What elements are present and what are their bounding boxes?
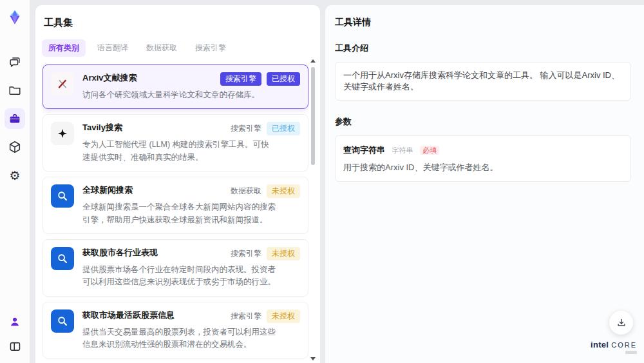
- folder-icon[interactable]: [5, 80, 25, 101]
- tool-card-body: Arxiv文献搜索 搜索引擎 已授权 访问各个研究领域大量科学论文和文章的存储库…: [82, 72, 300, 101]
- tool-card[interactable]: 全球新闻搜索 数据获取 未授权 全球新闻搜索是一个聚合全球各大新闻网站内容的搜索…: [43, 177, 308, 234]
- tool-badges: 搜索引擎 未授权: [231, 247, 300, 260]
- parameter-name: 查询字符串: [343, 145, 385, 155]
- parameter-item: 查询字符串 字符串 必填 用于搜索的Arxiv ID、关键字或作者姓名。: [335, 135, 631, 182]
- category-badge: 搜索引擎: [220, 72, 261, 86]
- briefcase-icon[interactable]: [5, 108, 25, 129]
- app-root: ⚙ 工具集 所有类别 语言翻译 数据获取 搜索引擎: [0, 0, 644, 363]
- sidebar-bottom: [5, 311, 25, 357]
- tab-search-engine[interactable]: 搜索引擎: [189, 39, 232, 57]
- brand-core-text: CORE: [611, 341, 637, 349]
- sparkle-icon: [51, 122, 74, 145]
- tool-description: 提供当天交易量最高的股票列表，投资者可以利用这些信息来识别流动性强的股票和潜在的…: [82, 326, 276, 351]
- tab-data-fetch[interactable]: 数据获取: [140, 39, 184, 57]
- arxiv-icon: [51, 72, 74, 95]
- tool-card-body: Tavily搜索 搜索引擎 已授权 专为人工智能代理 (LLM) 构建的搜索引擎…: [82, 122, 300, 164]
- intel-core-logo: intel CORE: [591, 340, 637, 354]
- tool-card[interactable]: 获取市场最活跃股票信息 搜索引擎 未授权 提供当天交易量最高的股票列表，投资者可…: [43, 302, 308, 359]
- tool-badges: 数据获取 未授权: [231, 184, 300, 198]
- tool-badges: 搜索引擎 已授权: [231, 122, 300, 135]
- auth-status-badge: 已授权: [267, 122, 300, 135]
- scroll-down-arrow-icon[interactable]: [310, 357, 316, 360]
- download-button[interactable]: [609, 311, 633, 335]
- search-blue-icon: [51, 247, 74, 270]
- search-blue-icon: [51, 309, 74, 333]
- tab-all-categories[interactable]: 所有类别: [42, 39, 86, 57]
- tool-badges: 搜索引擎 已授权: [220, 72, 300, 86]
- tool-details-panel: 工具详情 工具介绍 一个用于从Arxiv存储库搜索科学论文和文章的工具。 输入可…: [325, 5, 644, 363]
- user-account-icon[interactable]: [5, 311, 25, 332]
- category-badge: 搜索引擎: [231, 309, 261, 323]
- tool-card-body: 获取股市各行业表现 搜索引擎 未授权 提供股票市场各个行业在特定时间段内的表现。…: [82, 247, 300, 289]
- params-heading: 参数: [335, 116, 631, 128]
- app-logo-icon[interactable]: [5, 8, 24, 27]
- parameter-required-badge: 必填: [420, 146, 439, 155]
- tool-card[interactable]: Tavily搜索 搜索引擎 已授权 专为人工智能代理 (LLM) 构建的搜索引擎…: [43, 114, 308, 172]
- settings-gear-icon[interactable]: ⚙: [5, 165, 25, 186]
- intro-heading: 工具介绍: [335, 43, 631, 54]
- parameter-type: 字符串: [392, 146, 413, 154]
- tool-card[interactable]: Arxiv文献搜索 搜索引擎 已授权 访问各个研究领域大量科学论文和文章的存储库…: [43, 64, 308, 109]
- tool-card[interactable]: 获取股市各行业表现 搜索引擎 未授权 提供股票市场各个行业在特定时间段内的表现。…: [43, 239, 308, 297]
- tool-badges: 搜索引擎 未授权: [231, 309, 300, 323]
- tool-description: 全球新闻搜索是一个聚合全球各大新闻网站内容的搜索引擎，帮助用户快速获取全球最新资…: [82, 201, 276, 226]
- sidebar: ⚙: [0, 0, 30, 363]
- auth-status-badge: 未授权: [267, 309, 300, 323]
- category-tabs: 所有类别 语言翻译 数据获取 搜索引擎: [42, 39, 320, 57]
- auth-status-badge: 已授权: [267, 72, 300, 86]
- brand-intel-text: intel: [591, 340, 609, 349]
- tool-description: 访问各个研究领域大量科学论文和文章的存储库。: [82, 89, 276, 101]
- tools-panel: 工具集 所有类别 语言翻译 数据获取 搜索引擎 Arxiv文献搜索 搜索引擎 已…: [35, 5, 320, 363]
- tab-language-translation[interactable]: 语言翻译: [91, 39, 135, 57]
- panel-toggle-icon[interactable]: [5, 336, 25, 357]
- tool-name: Tavily搜索: [82, 122, 122, 133]
- category-badge: 搜索引擎: [231, 122, 261, 135]
- tool-list: Arxiv文献搜索 搜索引擎 已授权 访问各个研究领域大量科学论文和文章的存储库…: [43, 64, 308, 363]
- tool-description: 专为人工智能代理 (LLM) 构建的搜索引擎工具。可快速提供实时、准确和真实的结…: [82, 139, 276, 164]
- parameter-description: 用于搜索的Arxiv ID、关键字或作者姓名。: [343, 162, 623, 173]
- tool-name: Arxiv文献搜索: [82, 72, 137, 84]
- page-title: 工具集: [44, 17, 320, 29]
- sidebar-nav: ⚙: [5, 52, 25, 186]
- list-scrollbar: [309, 59, 317, 360]
- tool-intro-text: 一个用于从Arxiv存储库搜索科学论文和文章的工具。 输入可以是Arxiv ID…: [335, 62, 631, 101]
- download-icon: [616, 317, 627, 329]
- scrollbar-thumb[interactable]: [311, 67, 315, 165]
- tool-name: 全球新闻搜索: [82, 184, 133, 196]
- tool-name: 获取股市各行业表现: [82, 247, 158, 259]
- cube-icon[interactable]: [5, 137, 25, 157]
- scroll-up-arrow-icon[interactable]: [310, 59, 316, 63]
- tool-name: 获取市场最活跃股票信息: [82, 309, 175, 321]
- tool-card-body: 全球新闻搜索 数据获取 未授权 全球新闻搜索是一个聚合全球各大新闻网站内容的搜索…: [82, 184, 300, 226]
- chat-icon[interactable]: [5, 52, 25, 72]
- category-badge: 数据获取: [231, 184, 261, 198]
- brand-underline: [625, 351, 637, 354]
- auth-status-badge: 未授权: [267, 247, 300, 260]
- auth-status-badge: 未授权: [267, 184, 300, 198]
- tool-description: 提供股票市场各个行业在特定时间段内的表现。投资者可以利用这些信息来识别表现优于或…: [82, 264, 276, 289]
- tool-card-body: 获取市场最活跃股票信息 搜索引擎 未授权 提供当天交易量最高的股票列表，投资者可…: [82, 309, 300, 351]
- search-blue-icon: [51, 184, 74, 208]
- category-badge: 搜索引擎: [231, 247, 261, 260]
- details-title: 工具详情: [335, 17, 631, 28]
